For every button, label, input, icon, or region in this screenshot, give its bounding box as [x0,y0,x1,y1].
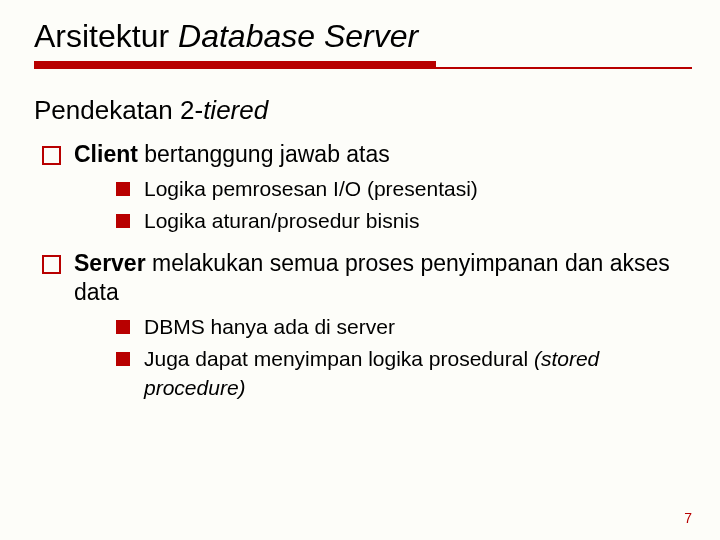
bullet-list-level2: DBMS hanya ada di server Juga dapat meny… [116,313,686,402]
bullet-rest: bertanggung jawab atas [138,141,390,167]
sub-bullet-item: Juga dapat menyimpan logika prosedural (… [116,345,686,402]
bullet-list-level1: Client bertanggung jawab atas Logika pem… [42,140,686,402]
slide-subtitle: Pendekatan 2-tiered [34,95,686,126]
sub-bullet-item: DBMS hanya ada di server [116,313,686,341]
sub-bullet-item: Logika pemrosesan I/O (presentasi) [116,175,686,203]
subtitle-italic: tiered [203,95,268,125]
bullet-rest: melakukan semua proses penyimpanan dan a… [74,250,670,305]
slide: Arsitektur Database Server Pendekatan 2-… [0,0,720,402]
bullet-item: Server melakukan semua proses penyimpana… [42,249,686,402]
bullet-item: Client bertanggung jawab atas Logika pem… [42,140,686,235]
bullet-list-level2: Logika pemrosesan I/O (presentasi) Logik… [116,175,686,236]
sub-bullet-text: Juga dapat menyimpan logika prosedural (… [144,347,599,398]
subtitle-plain: Pendekatan 2- [34,95,203,125]
page-number: 7 [684,510,692,526]
title-italic: Database Server [178,18,418,54]
bullet-bold: Server [74,250,146,276]
title-plain: Arsitektur [34,18,178,54]
bullet-bold: Client [74,141,138,167]
title-rule-thin [34,67,692,69]
sub-bullet-item: Logika aturan/prosedur bisnis [116,207,686,235]
slide-title: Arsitektur Database Server [34,18,686,55]
